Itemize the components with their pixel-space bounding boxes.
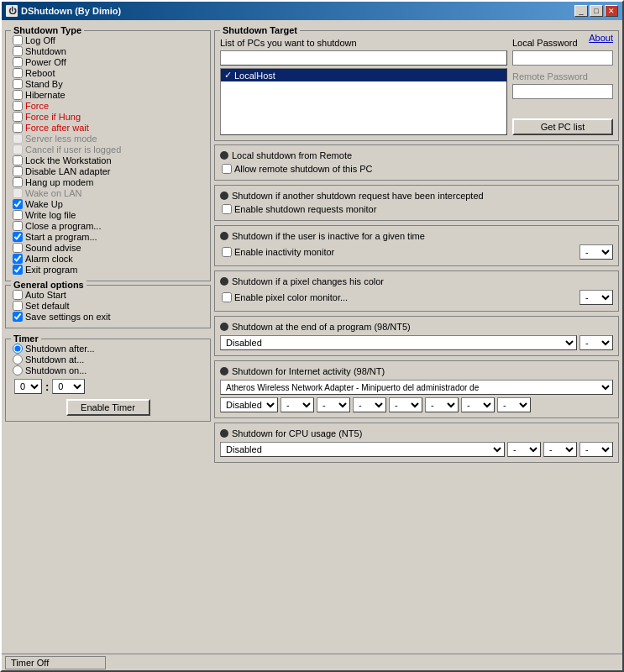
status-bar: Timer Off xyxy=(2,654,622,670)
cpu-dropdowns: Disabled - - - xyxy=(220,442,613,457)
inactive-label: Enable inactivity monitor xyxy=(234,247,334,257)
about-link[interactable]: About xyxy=(589,33,613,43)
local-password-input[interactable] xyxy=(512,50,613,66)
localhost-checkmark: ✓ xyxy=(224,70,232,81)
local-shutdown-title: Local shutdown from Remote xyxy=(232,150,352,160)
internet-dd7[interactable]: - xyxy=(461,397,495,412)
shutdown-type-checkbox-3[interactable] xyxy=(13,68,23,78)
main-window: ⏻ DShutdown (By Dimio) _ □ ✕ Shutdown Ty… xyxy=(0,0,624,672)
shutdown-type-checkbox-9[interactable] xyxy=(13,134,23,144)
timer-radio-items: Shutdown after...Shutdown at...Shutdown … xyxy=(11,344,205,375)
pixel-label: Enable pixel color monitor... xyxy=(234,292,348,302)
local-shutdown-section: Local shutdown from Remote Allow remote … xyxy=(214,144,619,181)
cpu-title: Shutdown for CPU usage (NT5) xyxy=(232,428,362,438)
internet-dd2[interactable]: - xyxy=(281,397,314,412)
close-button[interactable]: ✕ xyxy=(605,5,618,17)
shutdown-type-checkbox-10[interactable] xyxy=(13,144,23,155)
timer-group: Timer Shutdown after...Shutdown at...Shu… xyxy=(5,339,211,422)
timer-radio-1[interactable] xyxy=(13,354,23,365)
shutdown-type-checkbox-11[interactable] xyxy=(13,155,23,165)
shutdown-type-checkbox-6[interactable] xyxy=(13,101,23,111)
shutdown-type-checkbox-21[interactable] xyxy=(13,265,23,275)
shutdown-type-checkbox-19[interactable] xyxy=(13,243,23,253)
shutdown-type-checkbox-17[interactable] xyxy=(13,221,23,231)
inactive-checkbox[interactable] xyxy=(222,247,232,257)
minimize-button[interactable]: _ xyxy=(574,5,588,17)
enable-timer-button[interactable]: Enable Timer xyxy=(66,399,150,416)
intercepted-checkbox[interactable] xyxy=(222,204,232,214)
bullet-icon-4 xyxy=(220,277,228,286)
shutdown-type-row-0: Log Off xyxy=(11,35,205,45)
internet-dd4[interactable]: - xyxy=(353,397,386,412)
intercepted-section: Shutdown if another shutdown request hav… xyxy=(214,185,619,221)
shutdown-type-checkbox-14[interactable] xyxy=(13,188,23,198)
shutdown-type-checkbox-8[interactable] xyxy=(13,123,23,133)
shutdown-type-row-15: Wake Up xyxy=(11,199,205,209)
shutdown-type-label-1: Shutdown xyxy=(25,46,66,56)
get-pc-list-button[interactable]: Get PC list xyxy=(512,118,613,135)
cpu-dd1[interactable]: Disabled xyxy=(220,442,505,457)
pixel-dropdown[interactable]: - xyxy=(579,290,613,305)
end-program-dropdown1[interactable]: Disabled xyxy=(220,335,577,350)
shutdown-type-row-7: Force if Hung xyxy=(11,112,205,122)
shutdown-type-label-15: Wake Up xyxy=(25,199,63,209)
pixel-section: Shutdown if a pixel changes his color En… xyxy=(214,270,619,312)
inactive-dropdown[interactable]: - xyxy=(579,244,613,260)
shutdown-type-row-2: Power Off xyxy=(11,57,205,67)
shutdown-type-checkbox-7[interactable] xyxy=(13,112,23,122)
shutdown-type-checkbox-15[interactable] xyxy=(13,199,23,209)
cpu-dd4[interactable]: - xyxy=(579,442,613,457)
internet-dd5[interactable]: - xyxy=(389,397,422,412)
maximize-button[interactable]: □ xyxy=(590,5,603,17)
shutdown-type-checkbox-1[interactable] xyxy=(13,46,23,56)
pixel-checkbox[interactable] xyxy=(222,292,232,302)
internet-dd3[interactable]: - xyxy=(317,397,350,412)
timer-radio-row-1: Shutdown at... xyxy=(11,354,205,365)
general-option-checkbox-1[interactable] xyxy=(13,301,23,311)
pc-input-field[interactable] xyxy=(220,50,507,66)
pc-list-box[interactable]: ✓ LocalHost xyxy=(220,68,507,135)
pixel-row: Enable pixel color monitor... - xyxy=(220,290,613,305)
cpu-dd3[interactable]: - xyxy=(543,442,577,457)
cpu-dd2[interactable]: - xyxy=(507,442,541,457)
internet-adapter-select[interactable]: Atheros Wireless Network Adapter - Minip… xyxy=(220,380,613,395)
shutdown-type-checkbox-0[interactable] xyxy=(13,35,23,45)
shutdown-type-checkbox-16[interactable] xyxy=(13,210,23,220)
general-option-items: Auto StartSet defaultSave settings on ex… xyxy=(11,290,205,322)
shutdown-type-checkbox-12[interactable] xyxy=(13,166,23,176)
shutdown-type-checkbox-5[interactable] xyxy=(13,90,23,100)
timer-radio-label-1: Shutdown at... xyxy=(25,354,84,365)
timer-radio-row-2: Shutdown on... xyxy=(11,365,205,375)
shutdown-type-checkbox-18[interactable] xyxy=(13,232,23,242)
internet-adapter-row: Atheros Wireless Network Adapter - Minip… xyxy=(220,380,613,395)
bullet-icon-3 xyxy=(220,232,228,240)
timer-radio-0[interactable] xyxy=(13,344,23,354)
inactive-header: Shutdown if the user is inactive for a g… xyxy=(220,231,613,241)
pc-list-item-localhost[interactable]: ✓ LocalHost xyxy=(221,69,506,81)
timer-radio-2[interactable] xyxy=(13,365,23,375)
timer-hours-select[interactable]: 012 xyxy=(14,379,42,394)
intercepted-label: Enable shutdown requests monitor xyxy=(234,204,376,214)
shutdown-type-checkbox-20[interactable] xyxy=(13,254,23,264)
internet-dropdowns: Disabled - - - - - - - xyxy=(220,397,613,412)
remote-password-input[interactable] xyxy=(512,84,613,99)
general-option-checkbox-2[interactable] xyxy=(13,312,23,322)
shutdown-type-checkbox-2[interactable] xyxy=(13,57,23,67)
general-option-row-2: Save settings on exit xyxy=(11,312,205,322)
timer-minutes-select[interactable]: 0153045 xyxy=(52,379,85,394)
local-shutdown-header: Local shutdown from Remote xyxy=(220,150,613,160)
shutdown-type-checkbox-4[interactable] xyxy=(13,79,23,89)
shutdown-type-label-21: Exit program xyxy=(25,265,77,275)
left-panel: Shutdown Type Log OffShutdownPower OffRe… xyxy=(5,24,211,650)
inactive-row: Enable inactivity monitor - xyxy=(220,244,613,260)
inactive-section: Shutdown if the user is inactive for a g… xyxy=(214,225,619,266)
general-options-group: General options Auto StartSet defaultSav… xyxy=(5,285,211,328)
local-shutdown-checkbox[interactable] xyxy=(222,164,232,174)
shutdown-type-label-4: Stand By xyxy=(25,79,63,89)
internet-dd8[interactable]: - xyxy=(497,397,531,412)
internet-dd1[interactable]: Disabled xyxy=(220,397,278,412)
end-program-dropdown2[interactable]: - xyxy=(579,335,613,350)
shutdown-type-checkbox-13[interactable] xyxy=(13,177,23,187)
internet-dd6[interactable]: - xyxy=(425,397,459,412)
general-option-checkbox-0[interactable] xyxy=(13,290,23,300)
